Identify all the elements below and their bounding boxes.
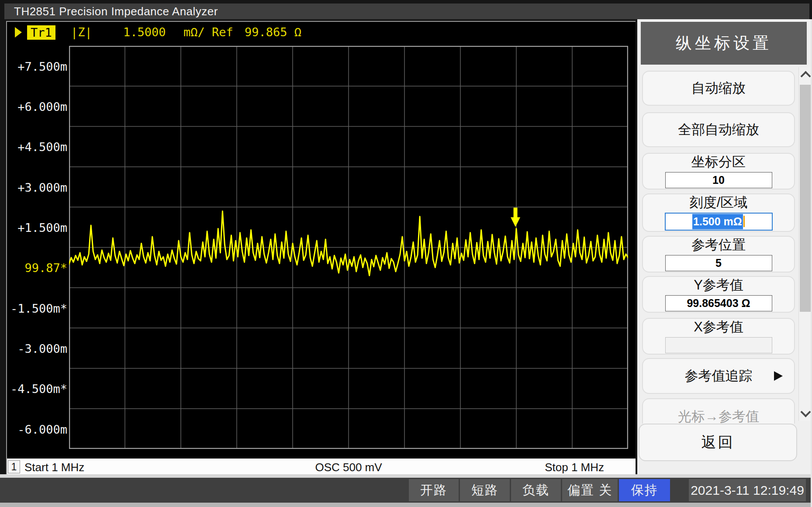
title-bar: TH2851 Precision Impedance Analyzer [4,3,809,19]
auto-scale-button[interactable]: 自动缩放 [642,71,795,106]
selected-text: 1.500 mΩ [692,214,743,229]
y-axis-label: +7.500m [7,60,67,73]
reference-tracking-button[interactable]: 参考值追踪 [642,358,795,394]
analyzer-window: TH2851 Precision Impedance Analyzer Tr1 … [0,0,812,507]
bottom-edge-band [0,503,812,507]
trace-scale-value: 1.5000 [123,25,166,39]
cursor-to-reference-button[interactable]: 光标→参考值 [642,398,795,424]
scroll-clip: 光标→参考值 [637,395,798,424]
panel-scrollbar[interactable] [798,67,812,421]
submenu-arrow-icon [774,371,783,381]
x-reference-value-input[interactable] [665,337,772,353]
y-axis-label: +4.500m [7,141,67,154]
y-axis-label: -1.500m* [7,302,67,315]
window-title: TH2851 Precision Impedance Analyzer [4,5,218,18]
reference-position-input[interactable]: 5 [665,255,772,271]
separator-band [0,474,812,478]
short-correction-button[interactable]: 短路 [460,479,510,501]
osc-level: OSC 500 mV [69,461,628,474]
trace-ref-label: Ref [212,25,233,39]
clock-display: 2021-3-11 12:19:49 [689,479,806,501]
y-reference-value-input[interactable]: 99.865403 Ω [665,295,772,311]
vertical-axis-settings-panel: 纵坐标设置 自动缩放 全部自动缩放 坐标分区 10 刻度/区域 1.500 mΩ… [637,19,812,476]
open-correction-button[interactable]: 开路 [409,479,459,501]
scroll-up-icon[interactable] [800,71,811,81]
panel-title: 纵坐标设置 [641,22,807,65]
hold-button[interactable]: 保持 [619,479,670,501]
scale-per-division-button[interactable]: 刻度/区域 1.500 mΩ [642,193,795,232]
trace-parameter: |Z| [71,25,92,39]
back-button[interactable]: 返回 [639,424,797,461]
plot-grid-area [69,46,628,449]
channel-badge: 1 [8,460,20,473]
bias-toggle-button[interactable]: 偏置 关 [562,479,618,501]
scrollbar-thumb[interactable] [800,85,811,312]
measurement-display: Tr1 |Z| 1.5000 mΩ/ Ref 99.865 Ω +7.500m … [6,21,636,474]
load-correction-button[interactable]: 负载 [511,479,561,501]
trace-header: Tr1 |Z| 1.5000 mΩ/ Ref 99.865 Ω [7,22,636,46]
trace-ref-value: 99.865 Ω [245,25,301,39]
chart-panel: Tr1 |Z| 1.5000 mΩ/ Ref 99.865 Ω +7.500m … [7,22,636,459]
auto-scale-all-button[interactable]: 全部自动缩放 [642,112,795,147]
text-caret [743,216,745,227]
y-reference-value-button[interactable]: Y参考值 99.865403 Ω [642,276,795,313]
grid-trace-svg [69,46,628,449]
y-axis-label: +3.000m [7,181,67,194]
scroll-down-icon[interactable] [800,407,811,417]
stop-frequency: Stop 1 MHz [545,461,604,474]
trace-name-badge[interactable]: Tr1 [27,25,55,40]
scale-per-division-input[interactable]: 1.500 mΩ [665,213,773,231]
trace-scale-unit: mΩ/ [183,25,205,39]
trace-marker-arrow-icon [511,207,520,227]
y-axis-label: -4.500m* [7,383,67,396]
y-axis-label: +1.500m [7,221,67,235]
reference-position-button[interactable]: 参考位置 5 [642,236,795,272]
sweep-status-bar: 1 Start 1 MHz OSC 500 mV Stop 1 MHz [7,459,636,475]
y-axis-label: -6.000m [7,423,67,436]
y-axis-label: +6.000m [7,100,67,114]
axis-divisions-button[interactable]: 坐标分区 10 [642,153,795,190]
active-trace-arrow-icon [15,27,22,38]
y-axis-label: -3.000m [7,342,67,355]
bottom-toolbar: 开路 短路 负载 偏置 关 保持 2021-3-11 12:19:49 [0,478,812,503]
axis-divisions-input[interactable]: 10 [665,172,772,188]
x-reference-value-button[interactable]: X参考值 [642,318,795,355]
y-axis-reference-label: 99.87* [7,262,67,275]
